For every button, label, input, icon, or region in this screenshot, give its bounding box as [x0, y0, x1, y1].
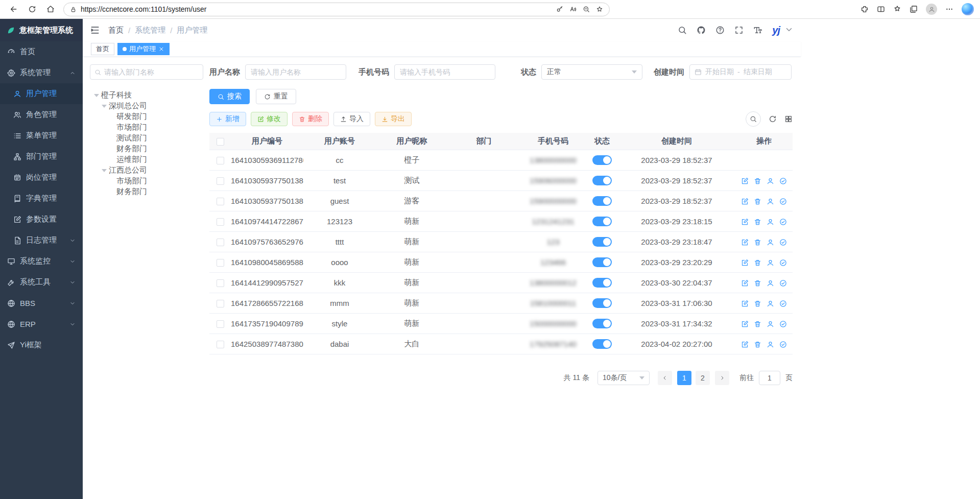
split-screen-icon[interactable]	[877, 5, 885, 13]
caret-down-icon[interactable]	[102, 105, 107, 108]
tree-node[interactable]: 测试部门	[90, 133, 203, 144]
tab-user-management[interactable]: 用户管理	[117, 43, 170, 55]
row-edit-button[interactable]	[741, 259, 749, 267]
next-page-button[interactable]	[715, 371, 729, 385]
sidebar-item-erp[interactable]: ERP	[0, 314, 83, 335]
sidebar-item-param-settings[interactable]: 参数设置	[0, 209, 83, 230]
row-edit-button[interactable]	[741, 198, 749, 205]
sidebar-item-system-tools[interactable]: 系统工具	[0, 272, 83, 293]
tree-node[interactable]: 运维部门	[90, 154, 203, 165]
sidebar-item-system-monitor[interactable]: 系统监控	[0, 251, 83, 272]
row-checkbox[interactable]	[217, 341, 224, 348]
username-input[interactable]	[245, 64, 346, 80]
caret-down-icon[interactable]	[102, 169, 107, 172]
row-edit-button[interactable]	[741, 300, 749, 307]
status-toggle[interactable]	[592, 339, 612, 349]
column-settings-icon[interactable]	[784, 115, 793, 123]
refresh-page-button[interactable]	[25, 2, 40, 17]
search-button[interactable]: 搜索	[209, 89, 250, 104]
sidebar-item-bbs[interactable]: BBS	[0, 293, 83, 314]
collapse-sidebar-button[interactable]	[90, 25, 100, 35]
reset-password-button[interactable]	[767, 279, 774, 287]
row-delete-button[interactable]	[754, 320, 761, 328]
status-toggle[interactable]	[592, 155, 612, 165]
select-all-checkbox[interactable]	[217, 138, 224, 146]
reset-password-button[interactable]	[767, 218, 774, 226]
reset-password-button[interactable]	[767, 300, 774, 307]
prev-page-button[interactable]	[658, 371, 672, 385]
fullscreen-icon[interactable]	[734, 26, 744, 35]
row-delete-button[interactable]	[754, 279, 761, 287]
row-delete-button[interactable]	[754, 259, 761, 267]
sidebar-item-log-management[interactable]: 日志管理	[0, 230, 83, 251]
sidebar-item-menu-management[interactable]: 菜单管理	[0, 125, 83, 146]
assign-role-button[interactable]	[779, 341, 787, 348]
assign-role-button[interactable]	[779, 300, 787, 307]
tree-node[interactable]: 研发部门	[90, 111, 203, 122]
row-delete-button[interactable]	[754, 341, 761, 348]
assign-role-button[interactable]	[779, 198, 787, 205]
row-edit-button[interactable]	[741, 320, 749, 328]
reset-password-button[interactable]	[767, 239, 774, 246]
status-toggle[interactable]	[592, 319, 612, 328]
search-icon[interactable]	[678, 26, 687, 35]
tree-node[interactable]: 深圳总公司	[90, 101, 203, 111]
tree-node[interactable]: 江西总公司	[90, 165, 203, 176]
row-checkbox[interactable]	[217, 259, 224, 267]
row-edit-button[interactable]	[741, 239, 749, 246]
row-checkbox[interactable]	[217, 239, 224, 246]
goto-page-input[interactable]	[759, 371, 780, 385]
reset-password-button[interactable]	[767, 341, 774, 348]
status-select[interactable]: 正常	[541, 64, 642, 80]
more-menu-icon[interactable]	[945, 5, 953, 13]
status-toggle[interactable]	[592, 278, 612, 288]
add-button[interactable]: 新增	[209, 112, 246, 126]
read-aloud-icon[interactable]	[569, 6, 577, 13]
phone-input[interactable]	[394, 64, 495, 80]
collections-icon[interactable]	[910, 5, 918, 13]
page-size-select[interactable]: 10条/页	[597, 371, 650, 385]
sidebar-item-post-management[interactable]: 岗位管理	[0, 167, 83, 188]
breadcrumb-item[interactable]: 系统管理	[135, 26, 165, 35]
assign-role-button[interactable]	[779, 320, 787, 328]
row-checkbox[interactable]	[217, 300, 224, 307]
row-checkbox[interactable]	[217, 198, 224, 205]
row-checkbox[interactable]	[217, 279, 224, 287]
help-icon[interactable]	[715, 26, 725, 35]
assign-role-button[interactable]	[779, 259, 787, 267]
row-edit-button[interactable]	[741, 279, 749, 287]
sidebar-item-yi-framework[interactable]: Yi框架	[0, 335, 83, 355]
sidebar-item-home[interactable]: 首页	[0, 41, 83, 62]
font-size-icon[interactable]	[753, 26, 762, 35]
reset-button[interactable]: 重置	[256, 89, 296, 104]
row-delete-button[interactable]	[754, 198, 761, 205]
page-button-1[interactable]: 1	[677, 371, 691, 385]
password-key-icon[interactable]	[556, 6, 563, 13]
row-edit-button[interactable]	[741, 177, 749, 185]
status-toggle[interactable]	[592, 237, 612, 247]
status-toggle[interactable]	[592, 196, 612, 206]
breadcrumb-item[interactable]: 首页	[108, 26, 124, 35]
department-search-input[interactable]	[104, 68, 199, 76]
row-edit-button[interactable]	[741, 341, 749, 348]
reset-password-button[interactable]	[767, 320, 774, 328]
chevron-down-icon[interactable]	[784, 25, 794, 34]
status-toggle[interactable]	[592, 176, 612, 185]
page-button-2[interactable]: 2	[696, 371, 710, 385]
breadcrumb-item[interactable]: 用户管理	[177, 26, 207, 35]
caret-down-icon[interactable]	[94, 94, 99, 97]
import-button[interactable]: 导入	[333, 112, 370, 126]
back-button[interactable]	[6, 2, 21, 17]
add-favorite-icon[interactable]	[596, 6, 603, 13]
browser-profile-avatar[interactable]	[926, 4, 937, 15]
zoom-icon[interactable]	[583, 6, 590, 13]
refresh-table-icon[interactable]	[769, 115, 777, 123]
status-toggle[interactable]	[592, 298, 612, 308]
export-button[interactable]: 导出	[375, 112, 412, 126]
row-delete-button[interactable]	[754, 300, 761, 307]
sidebar-item-role-management[interactable]: 角色管理	[0, 104, 83, 125]
tree-node[interactable]: 市场部门	[90, 122, 203, 133]
tree-node[interactable]: 市场部门	[90, 176, 203, 186]
url-text[interactable]: https://ccnetcore.com:1101/system/user	[81, 5, 552, 13]
close-tab-icon[interactable]	[158, 46, 164, 52]
